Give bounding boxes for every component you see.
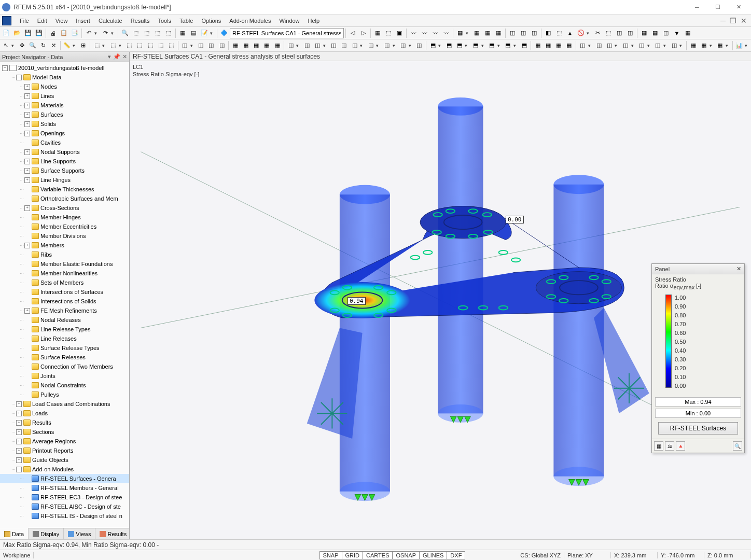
mesh-icon[interactable]: 〰 — [408, 28, 419, 38]
cursor-icon[interactable]: ↖ — [1, 40, 11, 51]
s1-icon[interactable]: ◫ — [507, 28, 518, 38]
app-menu-icon[interactable] — [2, 16, 11, 25]
e4-icon[interactable]: ◫ — [329, 40, 339, 51]
t6-icon[interactable]: ⬚ — [603, 28, 614, 38]
copy-icon[interactable]: 📋 — [59, 28, 69, 38]
h5-icon[interactable]: ◫ — [637, 40, 647, 51]
snap-dxf[interactable]: DXF — [447, 551, 465, 559]
tree-item[interactable]: ⋯Surface Releases — [0, 353, 129, 362]
e5-icon[interactable]: ◫ — [339, 40, 349, 51]
g4-icon[interactable]: ▦ — [564, 40, 574, 51]
tree-item[interactable]: ⋯Nodal Constraints — [0, 381, 129, 390]
pan-icon[interactable]: ⤧ — [49, 40, 59, 51]
menu-addons[interactable]: Add-on Modules — [225, 16, 275, 25]
mdi-minimize-icon[interactable]: ─ — [718, 17, 728, 25]
save-icon[interactable]: 💾 — [23, 28, 33, 38]
f4-icon[interactable]: ⬒ — [470, 40, 480, 51]
ea-icon[interactable]: ◫ — [414, 40, 424, 51]
e9-icon[interactable]: ◫ — [398, 40, 408, 51]
t8-icon[interactable]: ◫ — [625, 28, 635, 38]
nav-pin2-icon[interactable]: 📌 — [113, 53, 120, 60]
v-icon[interactable]: ◫ — [179, 40, 189, 51]
tree-item[interactable]: ⋯Intersections of Solids — [0, 297, 129, 306]
e-icon[interactable]: ◫ — [286, 40, 296, 51]
cs-icon[interactable]: ⊞ — [78, 40, 88, 51]
notes-icon[interactable]: 📝 — [199, 28, 210, 38]
e2-icon[interactable]: ◫ — [302, 40, 312, 51]
mdi-close-icon[interactable]: ✕ — [739, 17, 749, 25]
menu-window[interactable]: Window — [275, 16, 303, 25]
d-icon[interactable]: ▦ — [230, 40, 240, 51]
analysis-selector[interactable]: RF-STEEL Surfaces CA1 - General stress▾ — [230, 28, 344, 38]
mesh3-icon[interactable]: 〰 — [430, 28, 440, 38]
panel-close-icon[interactable]: ✕ — [736, 265, 741, 272]
f-icon[interactable]: ⬒ — [428, 40, 438, 51]
i3-icon[interactable]: ▦ — [715, 40, 725, 51]
tree-item[interactable]: ⋯Member Hinges — [0, 213, 129, 222]
tree-item[interactable]: ⋯+Line Hinges — [0, 175, 129, 185]
menu-edit[interactable]: Edit — [33, 16, 51, 25]
sel3-icon[interactable]: ⬚ — [124, 40, 134, 51]
zoom-icon[interactable]: 🔍 — [27, 40, 37, 51]
tree-item[interactable]: ⋯+Members — [0, 241, 129, 250]
tree-item[interactable]: ⋯RF-STEEL EC3 - Design of stee — [0, 493, 129, 502]
tree-item[interactable]: ⋯+Load Cases and Combinations — [0, 399, 129, 409]
e3-icon[interactable]: ◫ — [312, 40, 322, 51]
f2-icon[interactable]: ⬒ — [444, 40, 454, 51]
g2-icon[interactable]: ▦ — [543, 40, 553, 51]
tree-item[interactable]: ⋯Intersections of Surfaces — [0, 287, 129, 297]
res2-icon[interactable]: ▦ — [471, 28, 482, 38]
e7-icon[interactable]: ◫ — [366, 40, 376, 51]
tree-item[interactable]: ⋯+Line Supports — [0, 157, 129, 166]
v3-icon[interactable]: ◫ — [206, 40, 216, 51]
rotate-icon[interactable]: ↻ — [38, 40, 48, 51]
sel6-icon[interactable]: ⬚ — [156, 40, 165, 51]
undo-icon[interactable]: ↶ — [84, 28, 94, 38]
i-icon[interactable]: ▦ — [688, 40, 698, 51]
panel-header[interactable]: Panel✕ — [652, 264, 744, 274]
m2-icon[interactable]: ▦ — [650, 28, 660, 38]
menu-help[interactable]: Help — [304, 16, 324, 25]
snap-snap[interactable]: SNAP — [319, 551, 342, 559]
h6-icon[interactable]: ◫ — [653, 40, 663, 51]
sel7-icon[interactable]: ⬚ — [166, 40, 176, 51]
t1-icon[interactable]: ◧ — [543, 28, 553, 38]
e6-icon[interactable]: ◫ — [350, 40, 359, 51]
snap-glines[interactable]: GLINES — [419, 551, 447, 559]
next-icon[interactable]: ▷ — [358, 28, 369, 38]
f6-icon[interactable]: ⬒ — [503, 40, 513, 51]
tree-item[interactable]: ⋯+Guide Objects — [0, 455, 129, 465]
tree-item[interactable]: ⋯Member Divisions — [0, 231, 129, 241]
tool3-icon[interactable]: ⬚ — [163, 28, 174, 38]
minimize-button[interactable]: ─ — [687, 1, 707, 14]
maximize-button[interactable]: ☐ — [707, 1, 728, 14]
main-viewport[interactable]: RF-STEEL Surfaces CA1 - General stress a… — [130, 52, 751, 539]
e8-icon[interactable]: ◫ — [382, 40, 392, 51]
tree-item[interactable]: ⋯+Sections — [0, 427, 129, 437]
tree-item[interactable]: ⋯+Loads — [0, 409, 129, 418]
tree-item[interactable]: ⋯Line Release Types — [0, 325, 129, 334]
tree-item[interactable]: ⋯RF-STEEL Members - General — [0, 483, 129, 493]
s3-icon[interactable]: ◫ — [529, 28, 539, 38]
tree-item[interactable]: ⋯Member Eccentricities — [0, 222, 129, 231]
tree-item[interactable]: ⋯+Surfaces — [0, 110, 129, 119]
tab-views[interactable]: Views — [64, 528, 95, 539]
tree-item[interactable]: ⋯−Model Data — [0, 73, 129, 82]
table2-icon[interactable]: ▤ — [188, 28, 199, 38]
measure-icon[interactable]: 📏 — [62, 40, 72, 51]
tree-item[interactable]: ⋯+Results — [0, 418, 129, 427]
j-icon[interactable]: 📊 — [734, 40, 744, 51]
m1-icon[interactable]: ▦ — [639, 28, 649, 38]
tree-item[interactable]: ⋯+Openings — [0, 129, 129, 138]
tree-item[interactable]: ⋯Member Nonlinearities — [0, 269, 129, 278]
snap-osnap[interactable]: OSNAP — [392, 551, 420, 559]
f7-icon[interactable]: ⬒ — [519, 40, 529, 51]
tree-item[interactable]: ⋯RF-STEEL Surfaces - Genera — [0, 474, 129, 483]
open-icon[interactable]: 📂 — [12, 28, 22, 38]
navigator-tree[interactable]: −20010_verbindungsstoß fe-modell⋯−Model … — [0, 62, 129, 528]
tree-item[interactable]: ⋯Pulleys — [0, 390, 129, 399]
h7-icon[interactable]: ◫ — [669, 40, 679, 51]
sel5-icon[interactable]: ⬚ — [145, 40, 155, 51]
m3-icon[interactable]: ◫ — [661, 28, 671, 38]
snap-grid[interactable]: GRID — [342, 551, 364, 559]
